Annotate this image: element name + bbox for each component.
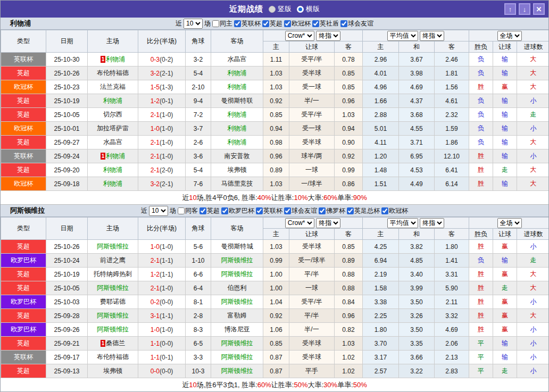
handicap-line: 受半球 — [289, 337, 335, 351]
away-team-cell: 阿斯顿维拉 — [211, 295, 263, 309]
handicap-line: 平/半 — [289, 268, 335, 281]
corner-cell: 8-3 — [186, 323, 211, 337]
league-filter-checkbox[interactable]: 欧罗巴杯 — [221, 206, 254, 215]
league-type-cell: 欧冠杯 — [1, 177, 46, 191]
titlebar: 近期战绩 竖版 横版 ↑ ↓ ✕ — [1, 1, 548, 18]
results-table: 类型日期主场比分(半场)角球客场Crow* 终指平均值 终指全场主让球客主和客胜… — [1, 217, 549, 378]
match-row: 英超25-10-19托特纳姆热刺1-2(1-1)6-6阿斯顿维拉1.00平/半0… — [1, 268, 549, 281]
average-select[interactable]: 平均值 — [387, 31, 418, 41]
sub-col-header: 客 — [435, 41, 469, 53]
move-up-button[interactable]: ↑ — [504, 3, 516, 15]
avg-away-odds: 1.86 — [435, 136, 469, 149]
handicap-result-cell: 输 — [493, 108, 517, 122]
corner-cell: 3-7 — [186, 122, 211, 136]
score-cell: 1-1(0-0) — [138, 337, 186, 351]
score-cell: 2-1(2-0) — [138, 163, 186, 177]
goals-result-cell: 大 — [517, 177, 549, 191]
match-row: 英超25-09-13埃弗顿0-0(0-0)10-3阿斯顿维拉0.87平手1.02… — [1, 364, 549, 378]
close-button[interactable]: ✕ — [533, 3, 545, 15]
match-row: 欧冠杯25-10-23法兰克福1-5(1-3)2-10利物浦1.03受一球0.8… — [1, 80, 549, 94]
handicap-result-cell: 赢 — [493, 268, 517, 281]
league-filter-checkbox[interactable]: 欧冠杯 — [284, 19, 311, 28]
corner-cell: 7-6 — [186, 177, 211, 191]
handicap-away-odds: 1.03 — [335, 108, 363, 122]
home-team-cell: 加拉塔萨雷 — [88, 122, 138, 136]
avg-draw-odds: 4.53 — [399, 163, 435, 177]
avg-away-odds: 2.06 — [435, 337, 469, 351]
league-filter-checkbox[interactable]: 英联杯 — [256, 206, 282, 215]
result-cell: 负 — [469, 108, 493, 122]
date-cell: 25-09-28 — [46, 309, 88, 323]
same-venue-checkbox[interactable]: 同主 — [212, 19, 232, 28]
handicap-line: 一球 — [289, 163, 335, 177]
away-team-cell: 博洛尼亚 — [211, 323, 263, 337]
home-team-cell: 1利物浦 — [88, 53, 138, 66]
league-filter-checkbox[interactable]: 英社盾 — [312, 19, 339, 28]
avg-away-odds: 2.83 — [435, 364, 469, 378]
league-filter-checkbox[interactable]: 欧冠杯 — [381, 206, 408, 215]
league-type-cell: 英超 — [1, 108, 46, 122]
outcome-group-header: 全场 — [469, 30, 549, 41]
league-filter-checkbox[interactable]: 佛罗杯 — [319, 206, 345, 215]
handicap-result-cell: 赢 — [493, 295, 517, 309]
col-header: 主场 — [88, 218, 138, 240]
team-sections: 利物浦近10场同主英联杯英超欧冠杯英社盾球会友谊类型日期主场比分(半场)角球客场… — [1, 18, 548, 392]
bookmaker-select[interactable]: Crow* — [285, 31, 314, 41]
result-cell: 平 — [469, 351, 493, 364]
col-header: 比分(半场) — [138, 218, 186, 240]
date-cell: 25-09-21 — [46, 337, 88, 351]
layout-radio-vertical[interactable]: 竖版 — [269, 4, 292, 14]
odds-time-select[interactable]: 终指 — [316, 31, 340, 41]
handicap-line: 受半球 — [289, 66, 335, 80]
move-down-button[interactable]: ↓ — [519, 3, 530, 15]
goals-result-cell: 小 — [517, 351, 549, 364]
goals-result-cell: 小 — [517, 295, 549, 309]
result-cell: 负 — [469, 254, 493, 268]
avg-draw-odds: 4.49 — [399, 177, 435, 191]
team-section-1: 阿斯顿维拉近10场同客英超欧罗巴杯英联杯球会友谊佛罗杯英足总杯欧冠杯类型日期主场… — [1, 205, 548, 392]
score-cell: 2-1(1-0) — [138, 108, 186, 122]
avg-away-odds: 4.69 — [435, 323, 469, 337]
odds-time-select[interactable]: 终指 — [316, 218, 340, 228]
avg-draw-odds: 4.55 — [399, 122, 435, 136]
period-select[interactable]: 全场 — [497, 31, 522, 41]
sub-col-header: 胜负 — [469, 229, 493, 240]
average-select[interactable]: 平均值 — [387, 218, 418, 228]
avg-home-odds: 1.80 — [363, 323, 399, 337]
corner-cell: 5-4 — [186, 163, 211, 177]
avg-draw-odds: 3.66 — [399, 351, 435, 364]
league-filter-checkbox[interactable]: 球会友谊 — [340, 19, 373, 28]
avg-away-odds: 6.14 — [435, 177, 469, 191]
avg-away-odds: 6.41 — [435, 163, 469, 177]
avg-draw-odds: 3.26 — [399, 309, 435, 323]
avg-draw-odds: 3.67 — [399, 53, 435, 66]
games-count-select[interactable]: 10 — [184, 19, 203, 29]
home-team-cell: 利物浦 — [88, 177, 138, 191]
handicap-line: 受半球 — [289, 240, 335, 254]
avg-time-select[interactable]: 终指 — [420, 31, 444, 41]
avg-home-odds: 1.20 — [363, 149, 399, 163]
same-venue-checkbox[interactable]: 同客 — [178, 206, 198, 215]
league-filter-checkbox[interactable]: 英超 — [199, 206, 220, 215]
handicap-away-odds: 0.88 — [335, 268, 363, 281]
handicap-result-cell: 输 — [493, 337, 517, 351]
avg-draw-odds: 3.82 — [399, 240, 435, 254]
layout-radio-horizontal[interactable]: 横版 — [297, 4, 320, 14]
period-select[interactable]: 全场 — [497, 218, 522, 228]
handicap-home-odds: 0.92 — [263, 94, 289, 108]
league-type-cell: 英超 — [1, 281, 46, 295]
games-count-select[interactable]: 10 — [149, 206, 168, 216]
date-cell: 25-10-19 — [46, 94, 88, 108]
avg-away-odds: 3.31 — [435, 268, 469, 281]
avg-time-select[interactable]: 终指 — [420, 218, 444, 228]
league-filter-checkbox[interactable]: 英联杯 — [234, 19, 261, 28]
league-filter-checkbox[interactable]: 英超 — [262, 19, 282, 28]
league-filter-checkbox[interactable]: 英足总杯 — [347, 206, 380, 215]
score-cell: 1-5(1-3) — [138, 80, 186, 94]
goals-result-cell: 大 — [517, 163, 549, 177]
corner-cell: 10-3 — [186, 364, 211, 378]
handicap-away-odds: 0.90 — [335, 136, 363, 149]
bookmaker-select[interactable]: Crow* — [285, 218, 314, 228]
result-cell: 负 — [469, 66, 493, 80]
league-filter-checkbox[interactable]: 球会友谊 — [284, 206, 317, 215]
